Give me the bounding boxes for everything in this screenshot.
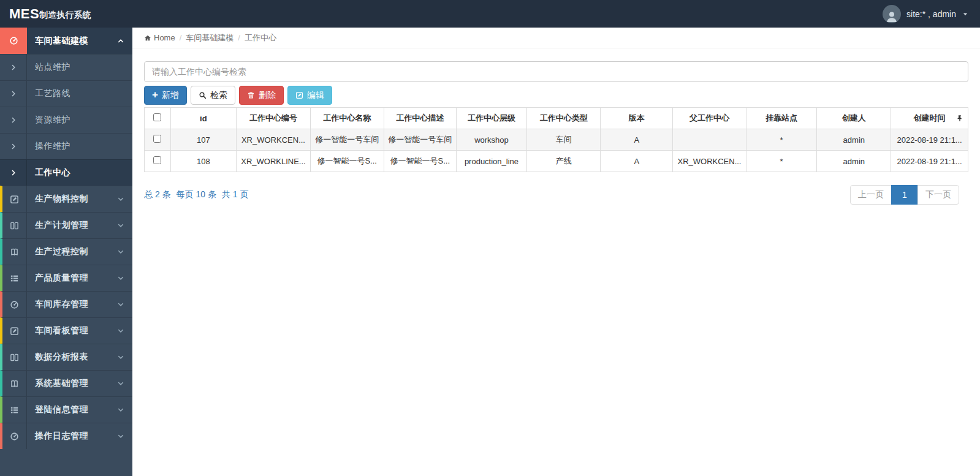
chevron-right-icon	[0, 107, 27, 133]
cell-type: 车间	[526, 129, 601, 151]
sidebar-item-data-analysis[interactable]: 数据分析报表	[0, 344, 132, 370]
cell-station: *	[746, 129, 817, 151]
sidebar-subitem-station-maintenance[interactable]: 站点维护	[0, 54, 132, 80]
sidebar-item-label: 车间基础建模	[27, 36, 117, 47]
add-button-label: 新增	[162, 90, 179, 101]
search-button-label: 检索	[210, 90, 227, 101]
pagination-summary: 总 2 条 每页 10 条 共 1 页	[144, 189, 249, 200]
sidebar-item-material-control[interactable]: 生产物料控制	[0, 186, 132, 212]
column-header-code[interactable]: 工作中心编号	[237, 108, 311, 129]
column-header-name[interactable]: 工作中心名称	[310, 108, 384, 129]
sidebar-subitem-operation-maintenance[interactable]: 操作维护	[0, 133, 132, 159]
breadcrumb-section[interactable]: 车间基础建模	[186, 32, 234, 43]
chevron-down-icon	[117, 301, 124, 308]
sidebar-item-login-info[interactable]: 登陆信息管理	[0, 396, 132, 423]
cell-version: A	[601, 151, 673, 172]
sidebar-item-label: 登陆信息管理	[27, 404, 117, 415]
cell-parent: XR_WORKCEN...	[673, 151, 746, 172]
sidebar-item-quality-management[interactable]: 产品质量管理	[0, 265, 132, 291]
sidebar-item-inventory-management[interactable]: 车间库存管理	[0, 291, 132, 317]
sidebar-item-system-management[interactable]: 系统基础管理	[0, 370, 132, 396]
sidebar-subitem-process-route[interactable]: 工艺路线	[0, 80, 132, 107]
column-header-level[interactable]: 工作中心层级	[457, 108, 527, 129]
chevron-down-icon	[117, 353, 124, 361]
column-header-id[interactable]: id	[170, 108, 237, 129]
user-menu[interactable]: site:* , admin	[872, 0, 980, 28]
user-label: site:* , admin	[906, 9, 956, 19]
sidebar-subitem-resource-maintenance[interactable]: 资源维护	[0, 107, 132, 133]
sidebar-item-operation-log[interactable]: 操作日志管理	[0, 423, 132, 449]
sidebar-item-plan-management[interactable]: 生产计划管理	[0, 212, 132, 238]
sidebar-subitem-work-center[interactable]: 工作中心	[0, 159, 132, 186]
app-logo[interactable]: MES 制造执行系统	[0, 0, 132, 28]
chevron-down-icon	[117, 248, 124, 255]
chevron-right-icon	[0, 160, 27, 186]
cell-code: XR_WORKCEN...	[237, 129, 311, 151]
cell-created-time: 2022-08-19 21:1...	[891, 129, 968, 151]
chevron-down-icon	[117, 274, 124, 282]
sidebar-item-label: 操作日志管理	[27, 431, 117, 442]
app-logo-subtext: 制造执行系统	[39, 10, 91, 21]
cell-creator: admin	[817, 151, 891, 172]
total-count-link[interactable]: 总 2 条	[144, 189, 171, 200]
column-header-station[interactable]: 挂靠站点	[746, 108, 817, 129]
cell-station: *	[746, 151, 817, 172]
chevron-down-icon	[117, 433, 124, 440]
pagination-row: 总 2 条 每页 10 条 共 1 页 上一页 1 下一页	[144, 185, 968, 205]
delete-button[interactable]: 删除	[239, 86, 284, 105]
page-size-link[interactable]: 每页 10 条	[177, 189, 216, 200]
next-page-button[interactable]: 下一页	[917, 185, 959, 205]
table-row[interactable]: 108 XR_WORKLINE... 修一智能一号S... 修一智能一号S...…	[145, 151, 968, 172]
topbar: MES 制造执行系统 site:* , admin	[0, 0, 980, 28]
page-1-button[interactable]: 1	[891, 185, 918, 205]
sidebar-subitem-label: 工艺路线	[27, 88, 132, 99]
column-header-creator[interactable]: 创建人	[817, 108, 891, 129]
cell-type: 产线	[526, 151, 601, 172]
select-all-checkbox[interactable]	[153, 113, 161, 121]
column-header-created-time[interactable]: 创建时间	[891, 108, 968, 129]
cell-name: 修一智能一号S...	[310, 151, 384, 172]
sidebar-item-process-control[interactable]: 生产过程控制	[0, 238, 132, 265]
chevron-down-icon	[117, 380, 124, 387]
cell-id: 108	[170, 151, 237, 172]
pagination: 上一页 1 下一页	[850, 185, 959, 205]
breadcrumb-separator: /	[238, 33, 240, 42]
cell-description: 修一智能一号S...	[384, 151, 457, 172]
chevron-down-icon	[117, 222, 124, 229]
column-header-type[interactable]: 工作中心类型	[526, 108, 601, 129]
th-list-icon	[2, 265, 27, 291]
breadcrumb-separator: /	[180, 33, 182, 42]
sidebar-item-label: 系统基础管理	[27, 378, 117, 389]
cell-level: workshop	[457, 129, 527, 151]
chevron-right-icon	[0, 134, 27, 159]
app-logo-text: MES	[9, 6, 39, 22]
column-header-version[interactable]: 版本	[601, 108, 673, 129]
edit-button[interactable]: 编辑	[287, 86, 332, 105]
home-icon	[144, 34, 151, 42]
column-header-parent[interactable]: 父工作中心	[673, 108, 746, 129]
sidebar-item-workshop-modeling[interactable]: 车间基础建模	[0, 28, 132, 54]
sidebar-item-label: 数据分析报表	[27, 352, 117, 363]
breadcrumb-home[interactable]: Home	[144, 33, 175, 42]
sidebar-item-kanban-management[interactable]: 车间看板管理	[0, 317, 132, 344]
search-input[interactable]	[144, 61, 968, 82]
cell-id: 107	[170, 129, 237, 151]
search-button[interactable]: 检索	[191, 86, 235, 105]
sidebar-item-label: 生产过程控制	[27, 246, 117, 257]
table-row[interactable]: 107 XR_WORKCEN... 修一智能一号车间 修一智能一号车间 work…	[145, 129, 968, 151]
column-header-description[interactable]: 工作中心描述	[384, 108, 457, 129]
toolbar: + 新增 检索 删除 编辑	[144, 86, 968, 105]
row-checkbox[interactable]	[153, 156, 161, 164]
pin-icon[interactable]	[956, 115, 963, 122]
row-checkbox[interactable]	[153, 135, 161, 143]
th-list-icon	[2, 397, 27, 423]
sidebar: 车间基础建模 站点维护 工艺路线 资源维护 操作维护 工作中心 生产物料控制 生…	[0, 28, 132, 476]
prev-page-button[interactable]: 上一页	[850, 185, 892, 205]
plus-icon: +	[152, 89, 158, 100]
page-count-link[interactable]: 共 1 页	[222, 189, 249, 200]
table-header-row: id 工作中心编号 工作中心名称 工作中心描述 工作中心层级 工作中心类型 版本…	[145, 108, 968, 129]
sidebar-item-label: 生产计划管理	[27, 220, 117, 231]
page-body: + 新增 检索 删除 编辑	[132, 48, 980, 205]
chevron-down-icon	[117, 195, 124, 203]
add-button[interactable]: + 新增	[144, 86, 187, 105]
